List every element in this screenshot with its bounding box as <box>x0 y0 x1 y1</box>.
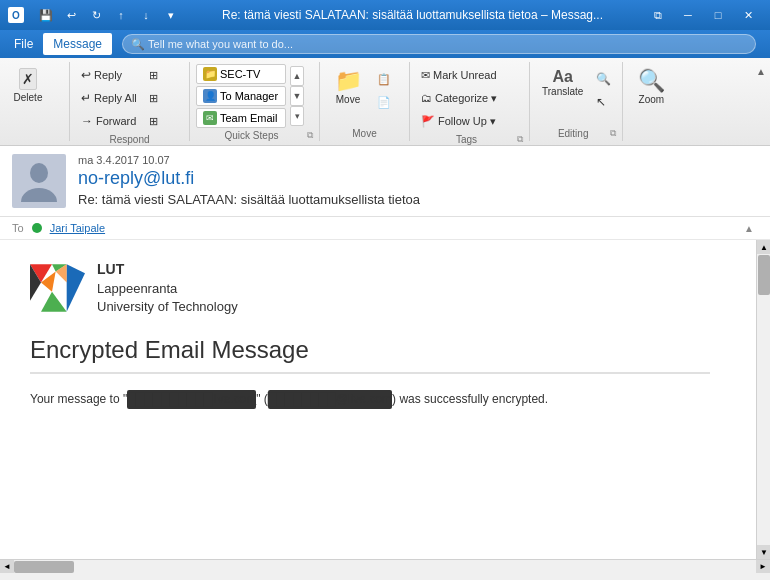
reply-all-button[interactable]: ↵ Reply All <box>76 87 142 109</box>
menu-file[interactable]: File <box>4 33 43 55</box>
search-icon: 🔍 <box>596 72 611 86</box>
scroll-thumb[interactable] <box>758 255 770 295</box>
ribbon-collapse: ▲ <box>752 62 770 141</box>
respond-extra3[interactable]: ⊞ <box>144 110 164 132</box>
svg-point-1 <box>21 188 57 202</box>
refresh-btn[interactable]: ↻ <box>86 5 106 25</box>
close-btn[interactable]: ✕ <box>734 5 762 25</box>
tags-expand-icon[interactable]: ⧉ <box>517 134 523 145</box>
vertical-scrollbar[interactable]: ▲ ▼ <box>756 240 770 559</box>
h-scroll-thumb[interactable] <box>14 561 74 573</box>
translate-icon: Aa <box>552 68 572 86</box>
follow-up-label: Follow Up ▾ <box>438 115 496 128</box>
ribbon-content: ✗ Delete ↩ Reply ↵ Reply All <box>0 58 770 146</box>
follow-up-icon: 🚩 <box>421 115 435 128</box>
restore-window-btn[interactable]: ⧉ <box>644 5 672 25</box>
ribbon-collapse-btn[interactable]: ▲ <box>756 66 766 77</box>
minimize-btn[interactable]: ─ <box>674 5 702 25</box>
tags-buttons: ✉ Mark Unread 🗂 Categorize ▾ 🚩 Follow Up… <box>416 64 502 132</box>
respond-extra2[interactable]: ⊞ <box>144 87 164 109</box>
msg-mid: " ( <box>256 392 268 406</box>
sectv-icon: 📁 <box>203 67 217 81</box>
ribbon-group-quicksteps: 📁 SEC-TV 👤 To Manager ✉ T <box>190 62 320 141</box>
quicksteps-expand-icon[interactable]: ⧉ <box>307 130 313 141</box>
follow-up-button[interactable]: 🚩 Follow Up ▾ <box>416 110 502 132</box>
to-recipient[interactable]: Jari Taipale <box>50 222 105 234</box>
email-date: ma 3.4.2017 10.07 <box>78 154 758 166</box>
lut-city: Lappeenranta <box>97 280 238 298</box>
main-content: ma 3.4.2017 10.07 no-reply@lut.fi Re: tä… <box>0 146 770 573</box>
ribbon-group-editing: Aa Translate 🔍 ↖ Editing ⧉ <box>530 62 623 141</box>
quickstep-sectv-label: SEC-TV <box>220 68 260 80</box>
move-extra1[interactable]: 📋 <box>372 68 396 90</box>
editing-buttons: Aa Translate 🔍 ↖ <box>536 64 616 126</box>
prev-btn[interactable]: ↑ <box>111 5 131 25</box>
qs-expand[interactable]: ▾ <box>290 106 304 126</box>
horizontal-scrollbar[interactable]: ◄ ► <box>0 559 770 573</box>
move-button[interactable]: 📁 Move <box>326 64 370 109</box>
delete-button[interactable]: ✗ Delete <box>6 64 50 107</box>
mark-unread-button[interactable]: ✉ Mark Unread <box>416 64 502 86</box>
scroll-left-btn[interactable]: ◄ <box>0 560 14 574</box>
reply-button[interactable]: ↩ Reply <box>76 64 142 86</box>
menu-message[interactable]: Message <box>43 33 112 55</box>
quickstep-manager-label: To Manager <box>220 90 278 102</box>
email-subject: Re: tämä viesti SALATAAN: sisältää luott… <box>78 192 758 207</box>
rules-icon: 📋 <box>377 73 391 86</box>
msg-suffix: ) was successfully encrypted. <box>392 392 548 406</box>
editing-expand-icon[interactable]: ⧉ <box>610 128 616 139</box>
ribbon-group-move: 📁 Move 📋 📄 Move <box>320 62 410 141</box>
svg-marker-7 <box>67 264 85 312</box>
to-label: To <box>12 222 24 234</box>
body-wrapper: LUT Lappeenranta University of Technolog… <box>0 240 770 559</box>
edit-btn[interactable]: ↖ <box>591 91 616 113</box>
email-from[interactable]: no-reply@lut.fi <box>78 168 758 189</box>
respond-extra3-icon: ⊞ <box>149 115 158 128</box>
undo-btn[interactable]: ↩ <box>61 5 81 25</box>
manager-icon: 👤 <box>203 89 217 103</box>
categorize-button[interactable]: 🗂 Categorize ▾ <box>416 87 502 109</box>
dropdown-btn[interactable]: ▾ <box>161 5 181 25</box>
quickstep-manager[interactable]: 👤 To Manager <box>196 86 286 106</box>
quickstep-team[interactable]: ✉ Team Email <box>196 108 286 128</box>
move-label: Move <box>336 94 360 105</box>
forward-button[interactable]: → Forward <box>76 110 142 132</box>
respond-extra1-icon: ⊞ <box>149 69 158 82</box>
ribbon-group-zoom: 🔍 Zoom <box>623 62 683 141</box>
email-body-content: LUT Lappeenranta University of Technolog… <box>30 260 710 409</box>
move-extra2[interactable]: 📄 <box>372 91 396 113</box>
tags-label: Tags <box>416 132 517 145</box>
app-icon: O <box>8 7 24 23</box>
qs-arrow-down[interactable]: ▼ <box>290 86 304 106</box>
zoom-button[interactable]: 🔍 Zoom <box>629 64 673 109</box>
maximize-btn[interactable]: □ <box>704 5 732 25</box>
quick-access-toolbar: 💾 ↩ ↻ ↑ ↓ ▾ <box>36 5 181 25</box>
translate-label: Translate <box>542 86 583 97</box>
editing-extra-col: 🔍 ↖ <box>591 68 616 113</box>
scroll-down-btn[interactable]: ▼ <box>757 545 770 559</box>
respond-extra2-icon: ⊞ <box>149 92 158 105</box>
svg-point-0 <box>30 163 48 183</box>
ribbon-group-delete: ✗ Delete <box>0 62 70 141</box>
quickstep-sectv[interactable]: 📁 SEC-TV <box>196 64 286 84</box>
translate-button[interactable]: Aa Translate <box>536 64 589 101</box>
reply-all-icon: ↵ <box>81 91 91 105</box>
next-btn[interactable]: ↓ <box>136 5 156 25</box>
respond-extra1[interactable]: ⊞ <box>144 64 164 86</box>
scroll-right-btn[interactable]: ► <box>756 560 770 574</box>
quicksteps-label: Quick Steps <box>196 128 307 141</box>
search-btn[interactable]: 🔍 <box>591 68 616 90</box>
qs-arrow-up[interactable]: ▲ <box>290 66 304 86</box>
scroll-up-btn[interactable]: ▲ <box>757 240 770 254</box>
scroll-track[interactable] <box>757 254 770 545</box>
tell-me-search[interactable]: 🔍 Tell me what you want to do... <box>122 34 756 54</box>
zoom-icon: 🔍 <box>638 68 665 94</box>
msg-prefix: Your message to " <box>30 392 127 406</box>
respond-label: Respond <box>76 132 183 145</box>
save-btn[interactable]: 💾 <box>36 5 56 25</box>
team-icon: ✉ <box>203 111 217 125</box>
email-header: ma 3.4.2017 10.07 no-reply@lut.fi Re: tä… <box>0 146 770 217</box>
h-scroll-track[interactable] <box>14 560 756 574</box>
respond-col1: ↩ Reply ↵ Reply All → Forward <box>76 64 142 132</box>
collapse-header-btn[interactable]: ▲ <box>740 221 758 236</box>
